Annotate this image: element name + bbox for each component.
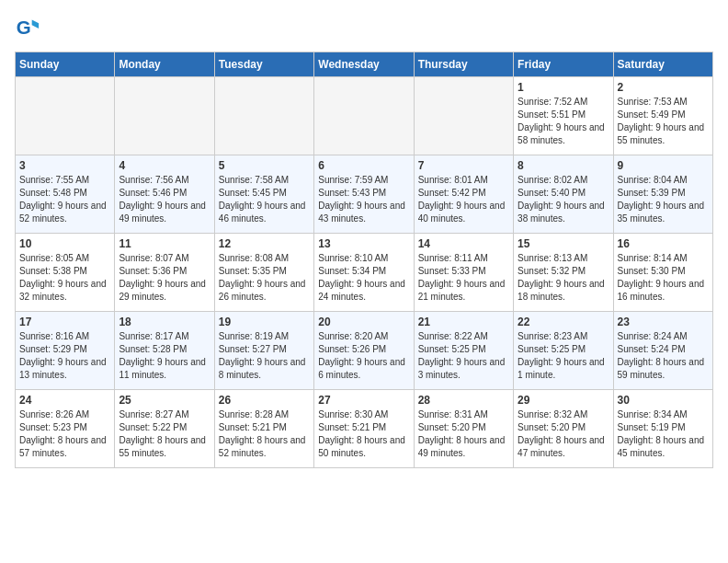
- weekday-header-tuesday: Tuesday: [214, 52, 313, 77]
- day-info: Sunrise: 7:58 AMSunset: 5:45 PMDaylight:…: [219, 174, 310, 225]
- day-number: 25: [119, 394, 210, 407]
- calendar-cell: 11Sunrise: 8:07 AMSunset: 5:36 PMDayligh…: [115, 234, 214, 312]
- calendar-cell: 22Sunrise: 8:23 AMSunset: 5:25 PMDayligh…: [514, 312, 613, 390]
- day-info: Sunrise: 8:24 AMSunset: 5:24 PMDaylight:…: [618, 330, 709, 382]
- calendar-cell: 14Sunrise: 8:11 AMSunset: 5:33 PMDayligh…: [414, 234, 513, 312]
- calendar-cell: 12Sunrise: 8:08 AMSunset: 5:35 PMDayligh…: [214, 234, 313, 312]
- day-number: 27: [318, 394, 409, 407]
- calendar-cell: 15Sunrise: 8:13 AMSunset: 5:32 PMDayligh…: [514, 234, 613, 312]
- calendar-cell: 9Sunrise: 8:04 AMSunset: 5:39 PMDaylight…: [613, 155, 712, 234]
- day-number: 15: [518, 237, 609, 250]
- weekday-header-monday: Monday: [115, 52, 214, 77]
- day-info: Sunrise: 8:28 AMSunset: 5:21 PMDaylight:…: [219, 408, 310, 460]
- calendar-cell: [115, 77, 214, 155]
- calendar-cell: 29Sunrise: 8:32 AMSunset: 5:20 PMDayligh…: [514, 390, 613, 468]
- calendar-cell: 28Sunrise: 8:31 AMSunset: 5:20 PMDayligh…: [414, 390, 513, 468]
- weekday-header-saturday: Saturday: [613, 52, 712, 77]
- calendar-cell: 26Sunrise: 8:28 AMSunset: 5:21 PMDayligh…: [214, 390, 313, 468]
- calendar-cell: 25Sunrise: 8:27 AMSunset: 5:22 PMDayligh…: [115, 390, 214, 468]
- day-number: 7: [418, 159, 509, 172]
- day-info: Sunrise: 8:05 AMSunset: 5:38 PMDaylight:…: [19, 252, 110, 304]
- day-number: 29: [518, 394, 609, 407]
- day-number: 12: [219, 237, 310, 250]
- day-info: Sunrise: 8:04 AMSunset: 5:39 PMDaylight:…: [618, 174, 709, 225]
- day-info: Sunrise: 7:53 AMSunset: 5:49 PMDaylight:…: [618, 96, 709, 147]
- day-number: 21: [418, 316, 509, 328]
- calendar-cell: [16, 77, 115, 155]
- calendar-cell: 19Sunrise: 8:19 AMSunset: 5:27 PMDayligh…: [214, 312, 313, 390]
- logo-icon: G: [15, 15, 40, 40]
- calendar-cell: 1Sunrise: 7:52 AMSunset: 5:51 PMDaylight…: [514, 77, 613, 155]
- day-info: Sunrise: 8:20 AMSunset: 5:26 PMDaylight:…: [318, 330, 409, 382]
- svg-text:G: G: [17, 17, 31, 38]
- calendar-cell: 30Sunrise: 8:34 AMSunset: 5:19 PMDayligh…: [613, 390, 712, 468]
- day-info: Sunrise: 8:08 AMSunset: 5:35 PMDaylight:…: [219, 252, 310, 304]
- day-number: 9: [618, 159, 709, 172]
- calendar-cell: 6Sunrise: 7:59 AMSunset: 5:43 PMDaylight…: [314, 155, 414, 234]
- day-info: Sunrise: 8:31 AMSunset: 5:20 PMDaylight:…: [418, 408, 509, 460]
- calendar-cell: 24Sunrise: 8:26 AMSunset: 5:23 PMDayligh…: [16, 390, 115, 468]
- calendar-cell: 13Sunrise: 8:10 AMSunset: 5:34 PMDayligh…: [314, 234, 414, 312]
- calendar-cell: [214, 77, 313, 155]
- calendar-cell: 10Sunrise: 8:05 AMSunset: 5:38 PMDayligh…: [16, 234, 115, 312]
- logo: G: [15, 15, 44, 40]
- calendar-cell: 20Sunrise: 8:20 AMSunset: 5:26 PMDayligh…: [314, 312, 414, 390]
- weekday-header-thursday: Thursday: [414, 52, 513, 77]
- day-number: 18: [119, 316, 210, 328]
- day-info: Sunrise: 8:16 AMSunset: 5:29 PMDaylight:…: [19, 330, 110, 382]
- day-info: Sunrise: 8:13 AMSunset: 5:32 PMDaylight:…: [518, 252, 609, 304]
- weekday-header-friday: Friday: [514, 52, 613, 77]
- day-info: Sunrise: 7:55 AMSunset: 5:48 PMDaylight:…: [19, 174, 110, 225]
- calendar-cell: 18Sunrise: 8:17 AMSunset: 5:28 PMDayligh…: [115, 312, 214, 390]
- day-info: Sunrise: 8:32 AMSunset: 5:20 PMDaylight:…: [518, 408, 609, 460]
- calendar-table: SundayMondayTuesdayWednesdayThursdayFrid…: [15, 52, 713, 468]
- day-number: 10: [19, 237, 110, 250]
- day-number: 6: [318, 159, 409, 172]
- week-row: 10Sunrise: 8:05 AMSunset: 5:38 PMDayligh…: [16, 234, 713, 312]
- day-number: 1: [518, 81, 609, 94]
- calendar-cell: 16Sunrise: 8:14 AMSunset: 5:30 PMDayligh…: [613, 234, 712, 312]
- calendar-cell: 3Sunrise: 7:55 AMSunset: 5:48 PMDaylight…: [16, 155, 115, 234]
- day-info: Sunrise: 8:17 AMSunset: 5:28 PMDaylight:…: [119, 330, 210, 382]
- calendar-cell: [314, 77, 414, 155]
- day-number: 22: [518, 316, 609, 328]
- header-row: SundayMondayTuesdayWednesdayThursdayFrid…: [16, 52, 713, 77]
- day-number: 24: [19, 394, 110, 407]
- day-number: 13: [318, 237, 409, 250]
- week-row: 3Sunrise: 7:55 AMSunset: 5:48 PMDaylight…: [16, 155, 713, 234]
- calendar-cell: 5Sunrise: 7:58 AMSunset: 5:45 PMDaylight…: [214, 155, 313, 234]
- svg-marker-1: [32, 20, 39, 29]
- day-info: Sunrise: 8:22 AMSunset: 5:25 PMDaylight:…: [418, 330, 509, 382]
- page-header: G: [15, 15, 713, 40]
- day-info: Sunrise: 7:59 AMSunset: 5:43 PMDaylight:…: [318, 174, 409, 225]
- calendar-cell: 21Sunrise: 8:22 AMSunset: 5:25 PMDayligh…: [414, 312, 513, 390]
- day-number: 30: [618, 394, 709, 407]
- calendar-cell: 2Sunrise: 7:53 AMSunset: 5:49 PMDaylight…: [613, 77, 712, 155]
- day-number: 14: [418, 237, 509, 250]
- day-number: 23: [618, 316, 709, 328]
- day-number: 11: [119, 237, 210, 250]
- day-number: 19: [219, 316, 310, 328]
- day-number: 5: [219, 159, 310, 172]
- day-info: Sunrise: 8:01 AMSunset: 5:42 PMDaylight:…: [418, 174, 509, 225]
- day-info: Sunrise: 8:14 AMSunset: 5:30 PMDaylight:…: [618, 252, 709, 304]
- calendar-cell: 8Sunrise: 8:02 AMSunset: 5:40 PMDaylight…: [514, 155, 613, 234]
- day-info: Sunrise: 7:56 AMSunset: 5:46 PMDaylight:…: [119, 174, 210, 225]
- day-info: Sunrise: 8:07 AMSunset: 5:36 PMDaylight:…: [119, 252, 210, 304]
- weekday-header-wednesday: Wednesday: [314, 52, 414, 77]
- calendar-cell: [414, 77, 513, 155]
- week-row: 24Sunrise: 8:26 AMSunset: 5:23 PMDayligh…: [16, 390, 713, 468]
- day-number: 2: [618, 81, 709, 94]
- weekday-header-sunday: Sunday: [16, 52, 115, 77]
- calendar-cell: 7Sunrise: 8:01 AMSunset: 5:42 PMDaylight…: [414, 155, 513, 234]
- day-info: Sunrise: 8:02 AMSunset: 5:40 PMDaylight:…: [518, 174, 609, 225]
- calendar-cell: 23Sunrise: 8:24 AMSunset: 5:24 PMDayligh…: [613, 312, 712, 390]
- day-info: Sunrise: 8:27 AMSunset: 5:22 PMDaylight:…: [119, 408, 210, 460]
- day-number: 16: [618, 237, 709, 250]
- day-info: Sunrise: 8:26 AMSunset: 5:23 PMDaylight:…: [19, 408, 110, 460]
- day-info: Sunrise: 8:19 AMSunset: 5:27 PMDaylight:…: [219, 330, 310, 382]
- day-number: 28: [418, 394, 509, 407]
- calendar-cell: 27Sunrise: 8:30 AMSunset: 5:21 PMDayligh…: [314, 390, 414, 468]
- day-number: 4: [119, 159, 210, 172]
- day-number: 3: [19, 159, 110, 172]
